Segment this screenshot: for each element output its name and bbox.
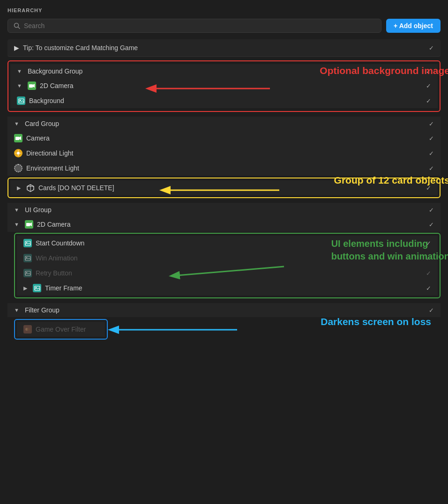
start-countdown-icon xyxy=(23,239,32,247)
bg-camera-chevron: ▼ xyxy=(17,83,22,89)
card-camera-label: Camera xyxy=(26,134,50,142)
ui-camera-check: ✓ xyxy=(429,221,434,228)
search-bar: + Add object xyxy=(7,19,441,33)
card-camera-row[interactable]: Camera ✓ xyxy=(7,131,441,146)
ui-group-check: ✓ xyxy=(429,207,434,214)
bg-group-chevron: ▼ xyxy=(17,68,22,74)
ui-camera-icon xyxy=(25,220,33,229)
svg-rect-22 xyxy=(25,256,30,260)
retry-button-row[interactable]: Retry Button ✓ xyxy=(17,266,438,281)
cards-label: Cards [DO NOT DELETE] xyxy=(38,184,114,192)
tip-chevron-icon: ▶ xyxy=(14,44,19,52)
cards-chevron: ▶ xyxy=(17,185,21,191)
win-animation-label: Win Animation xyxy=(36,254,77,262)
timer-frame-icon xyxy=(33,284,41,292)
directional-light-check: ✓ xyxy=(429,150,434,157)
ui-group-chevron: ▼ xyxy=(14,207,19,213)
tip-text: Tip: To customize Card Matching Game xyxy=(23,44,138,52)
filter-box: Game Over Filter xyxy=(14,319,108,340)
bg-camera-check: ✓ xyxy=(426,82,431,89)
bg-camera-row[interactable]: ▼ 2D Camera ✓ xyxy=(10,78,438,93)
timer-frame-chevron: ▶ xyxy=(23,285,27,291)
svg-point-30 xyxy=(27,328,30,331)
timer-frame-check: ✓ xyxy=(426,285,431,292)
card-group-check: ✓ xyxy=(429,120,434,127)
timer-frame-label: Timer Frame xyxy=(45,284,82,292)
page-title: HIERARCHY xyxy=(7,7,441,13)
search-input[interactable] xyxy=(24,22,375,30)
filter-group-label: Filter Group xyxy=(25,306,60,314)
svg-rect-24 xyxy=(25,271,30,275)
game-over-filter-icon xyxy=(23,325,32,334)
svg-rect-26 xyxy=(35,286,40,290)
retry-button-label: Retry Button xyxy=(36,269,72,277)
filter-group-check: ✓ xyxy=(429,307,434,314)
svg-marker-8 xyxy=(19,136,21,140)
environment-light-check: ✓ xyxy=(429,165,434,172)
blue-annotation-label: Darkens screen on loss xyxy=(321,316,431,327)
svg-rect-7 xyxy=(15,137,19,140)
filter-group-row[interactable]: ▼ Filter Group ✓ xyxy=(7,303,441,317)
blue-arrow xyxy=(106,323,265,341)
retry-button-check: ✓ xyxy=(426,270,431,277)
green-annotation-label: UI elements including buttons and win an… xyxy=(331,237,448,263)
game-over-filter-row[interactable]: Game Over Filter xyxy=(17,322,105,337)
card-camera-check: ✓ xyxy=(429,135,434,142)
svg-rect-2 xyxy=(29,84,33,88)
svg-point-9 xyxy=(17,152,20,155)
environment-light-label: Environment Light xyxy=(26,164,79,172)
card-group-chevron: ▼ xyxy=(14,121,19,126)
ui-camera-row[interactable]: ▼ 2D Camera ✓ xyxy=(7,217,441,232)
retry-button-icon xyxy=(23,269,32,277)
svg-rect-18 xyxy=(26,223,30,226)
background-group-label: Background Group xyxy=(28,67,83,75)
bg-camera-label: 2D Camera xyxy=(40,82,74,89)
directional-light-label: Directional Light xyxy=(26,149,73,157)
directional-light-icon xyxy=(14,149,22,157)
svg-marker-19 xyxy=(30,222,32,226)
game-over-filter-label: Game Over Filter xyxy=(36,326,86,333)
win-animation-icon xyxy=(23,254,32,262)
add-object-button[interactable]: + Add object xyxy=(386,19,441,33)
red-annotation-label: Optional background image xyxy=(320,65,448,76)
svg-rect-4 xyxy=(19,99,24,103)
ui-group-label: UI Group xyxy=(25,206,52,214)
cards-icon xyxy=(26,184,35,192)
svg-marker-3 xyxy=(33,84,35,88)
card-group-label: Card Group xyxy=(25,120,59,127)
tip-checkmark: ✓ xyxy=(429,44,434,52)
card-camera-icon xyxy=(14,134,22,142)
yellow-annotation-label: Group of 12 card objects xyxy=(334,175,448,186)
ui-camera-chevron: ▼ xyxy=(14,222,19,227)
tip-row[interactable]: ▶ Tip: To customize Card Matching Game ✓ xyxy=(7,39,441,57)
timer-frame-row[interactable]: ▶ Timer Frame ✓ xyxy=(17,281,438,296)
filter-group-chevron: ▼ xyxy=(14,307,19,313)
environment-light-row[interactable]: Environment Light ✓ xyxy=(7,161,441,176)
background-icon xyxy=(17,96,25,105)
search-icon xyxy=(14,22,20,29)
svg-line-1 xyxy=(18,27,20,29)
start-countdown-label: Start Countdown xyxy=(36,239,84,247)
search-wrap xyxy=(7,19,381,33)
card-group-row[interactable]: ▼ Card Group ✓ xyxy=(7,117,441,131)
ui-camera-label: 2D Camera xyxy=(37,221,71,228)
background-label: Background xyxy=(29,97,64,104)
background-check: ✓ xyxy=(426,97,431,104)
svg-rect-20 xyxy=(25,241,30,245)
directional-light-row[interactable]: Directional Light ✓ xyxy=(7,146,441,161)
environment-light-icon xyxy=(14,164,22,172)
camera-2d-icon xyxy=(28,82,36,90)
ui-group-row[interactable]: ▼ UI Group ✓ xyxy=(7,203,441,217)
background-row[interactable]: Background ✓ xyxy=(10,93,438,108)
